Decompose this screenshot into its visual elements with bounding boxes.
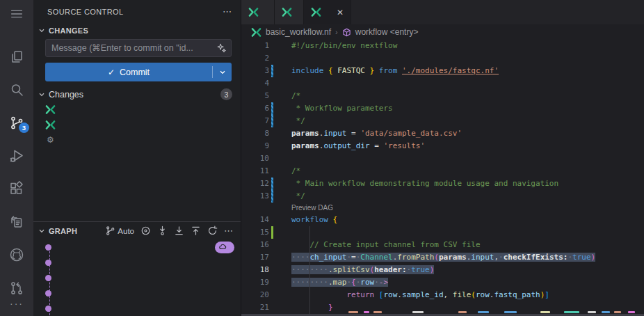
panel-title: SOURCE CONTROL [47,8,124,16]
codelens-preview-dag[interactable]: Preview DAG [241,203,644,214]
line-number[interactable]: 2 [241,52,269,65]
graph-section-label: GRAPH [49,227,77,235]
close-icon[interactable]: ✕ [337,8,344,17]
commit-row[interactable] [33,270,241,285]
commit-row[interactable] [33,255,241,270]
breadcrumb[interactable]: basic_workflow.nf › workflow <entry> [241,24,644,40]
target-icon[interactable] [140,226,151,236]
modified-gutter-mark[interactable] [271,177,273,190]
menu-icon[interactable] [0,4,33,24]
modified-gutter-mark[interactable] [271,190,273,203]
nextflow-icon [248,7,259,17]
code-text [276,152,291,165]
line-number[interactable]: 1 [241,40,269,52]
editor-tab[interactable]: ✕ [304,0,351,24]
code-line[interactable]: 5/* [241,90,644,102]
code-line[interactable]: 14workflow { [241,214,644,226]
modified-gutter-mark[interactable] [271,115,273,127]
line-number[interactable]: 15 [241,226,269,239]
gear-icon: ⚙ [45,135,56,145]
code-line[interactable]: 6 * Workflow parameters [241,102,644,115]
commit-row[interactable] [33,301,241,316]
more-views-icon[interactable]: ··· [10,298,24,309]
line-number[interactable]: 3 [241,65,269,77]
changes-count-badge: 3 [220,88,232,100]
sync-doc-icon[interactable] [0,212,33,232]
line-number[interactable]: 9 [241,140,269,152]
line-number[interactable]: 7 [241,115,269,127]
code-area[interactable]: 1#!/usr/bin/env nextflow23include { FAST… [241,40,644,316]
line-number[interactable]: 12 [241,177,269,190]
refresh-icon[interactable] [207,226,218,236]
code-line[interactable]: 12 * Main workflow demonstrating module … [241,177,644,190]
line-number[interactable]: 5 [241,90,269,102]
graph-section-header[interactable]: GRAPH Auto [33,222,241,239]
commit-dropdown-button[interactable] [213,63,232,81]
branch-badge[interactable] [215,242,234,253]
code-line[interactable]: 8params.input = 'data/sample_data.csv' [241,127,644,140]
nextflow-icon [45,120,56,130]
pull-icon[interactable] [174,226,184,236]
line-number[interactable]: 14 [241,214,269,226]
auto-branch-toggle[interactable]: Auto [105,226,134,236]
line-number[interactable]: 19 [241,276,269,289]
line-number[interactable]: 16 [241,239,269,251]
line-number[interactable]: 8 [241,127,269,140]
editor-tab[interactable] [241,0,275,24]
line-number[interactable]: 18 [241,264,269,276]
editor-tab[interactable] [275,0,304,24]
code-line[interactable]: 16 // Create input channel from CSV file [241,239,644,251]
code-line[interactable]: 7 */ [241,115,644,127]
code-line[interactable]: 13 */ [241,190,644,203]
push-icon[interactable] [191,226,201,236]
gutter [269,152,276,165]
graph-section: GRAPH Auto [33,221,241,316]
line-number[interactable]: 10 [241,152,269,165]
commit-row[interactable] [33,285,241,301]
search-icon[interactable] [0,80,33,100]
added-gutter-mark[interactable] [271,226,273,239]
commit-row[interactable] [33,239,241,255]
breadcrumb-symbol[interactable]: workflow <entry> [355,27,419,37]
code-line[interactable]: 4 [241,77,644,90]
commit-message-input[interactable] [51,43,216,53]
line-number[interactable]: 20 [241,289,269,301]
modified-gutter-mark[interactable] [271,65,273,77]
panel-overflow-icon[interactable]: ⋯ [223,6,232,17]
line-number[interactable]: 4 [241,77,269,90]
line-number[interactable]: 11 [241,165,269,177]
changed-file-row[interactable] [33,102,241,117]
code-line[interactable]: 1#!/usr/bin/env nextflow [241,40,644,52]
line-number[interactable]: 13 [241,190,269,203]
code-text: ········.map·{·row·-> [276,276,388,289]
code-line[interactable]: 3include { FASTQC } from './modules/fast… [241,65,644,77]
github-icon[interactable] [0,245,33,264]
source-control-icon[interactable]: 3 [0,113,33,132]
code-line[interactable]: 9params.output_dir = 'results' [241,140,644,152]
graph-overflow-icon[interactable]: ⋯ [224,226,234,236]
fetch-icon[interactable] [157,226,168,236]
commit-button[interactable]: ✓ Commit [45,63,232,81]
code-line[interactable]: 18········.splitCsv(header:·true) [241,264,644,276]
code-line[interactable]: 17····ch_input·=·Channel.fromPath(params… [241,251,644,264]
modified-gutter-mark[interactable] [271,102,273,115]
extensions-icon[interactable] [0,179,33,198]
code-line[interactable]: 19········.map·{·row·-> [241,276,644,289]
code-line[interactable]: 11/* [241,165,644,177]
code-line[interactable]: 2 [241,52,644,65]
line-number[interactable]: 17 [241,251,269,264]
code-line[interactable]: 15 [241,226,644,239]
changes-tree-header[interactable]: Changes 3 [33,87,241,102]
run-debug-icon[interactable] [0,146,33,166]
changed-file-row[interactable] [33,117,241,132]
breadcrumb-file[interactable]: basic_workflow.nf [266,27,331,37]
changed-file-row[interactable]: ⚙ [33,132,241,148]
changes-section-header[interactable]: CHANGES [33,23,241,38]
line-number[interactable]: 6 [241,102,269,115]
explorer-icon[interactable] [0,47,33,66]
sparkle-icon[interactable] [216,42,227,54]
gutter [269,251,276,264]
pull-request-icon[interactable] [0,278,33,298]
code-line[interactable]: 20 return [row.sample_id, file(row.fastq… [241,289,644,301]
code-line[interactable]: 10 [241,152,644,165]
